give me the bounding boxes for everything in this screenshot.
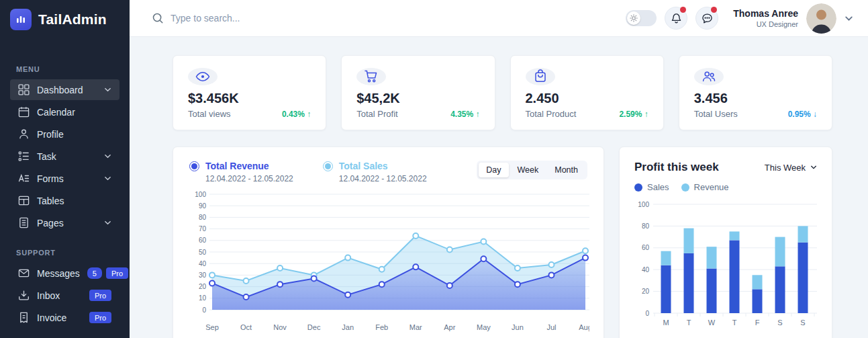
sidebar-item-label: Inbox	[37, 290, 60, 301]
profit-week-chart-svg: 020406080100MTWTFSS	[634, 198, 817, 333]
legend-name: Total Revenue	[205, 161, 293, 171]
y-tick-label: 80	[199, 214, 207, 221]
data-point-marker	[209, 272, 215, 278]
pro-badge: Pro	[106, 267, 128, 279]
y-tick-label: 80	[642, 222, 650, 230]
stat-label: Total Product	[526, 109, 577, 119]
range-button-day[interactable]: Day	[479, 163, 508, 177]
sales-bar-segment	[753, 289, 763, 313]
forms-icon	[18, 173, 30, 184]
radio-icon	[189, 161, 199, 171]
sidebar-item-label: Tables	[37, 196, 64, 206]
sidebar-item-label: Forms	[37, 173, 64, 184]
sales-bar-segment	[798, 243, 808, 313]
revenue-bar-segment	[798, 226, 808, 242]
data-point-marker	[311, 276, 317, 282]
profile-icon	[18, 128, 30, 140]
y-tick-label: 40	[199, 260, 207, 267]
bell-icon	[671, 13, 682, 24]
range-button-month[interactable]: Month	[547, 163, 585, 177]
chevron-down-icon	[104, 153, 111, 160]
data-point-marker	[345, 255, 350, 261]
eye-icon	[188, 68, 218, 85]
data-point-marker	[548, 272, 554, 278]
sidebar-item-label: Task	[37, 151, 56, 162]
data-point-marker	[379, 282, 385, 287]
data-point-marker	[277, 282, 283, 287]
y-tick-label: 60	[199, 237, 207, 244]
sidebar-item-label: Invoice	[37, 312, 66, 323]
brand[interactable]: TailAdmin	[0, 0, 130, 38]
legend-sales[interactable]: Sales	[634, 182, 669, 192]
chat-button[interactable]	[695, 7, 718, 30]
x-tick-label: Dec	[307, 323, 321, 331]
x-tick-label: T	[687, 319, 691, 327]
search-input[interactable]	[171, 13, 372, 24]
stat-value: $45,2K	[356, 91, 479, 106]
legend-period: 12.04.2022 - 12.05.2022	[339, 174, 427, 183]
data-point-marker	[413, 264, 418, 269]
sales-bar-segment	[684, 253, 694, 313]
notifications-button[interactable]	[665, 7, 687, 30]
range-button-week[interactable]: Week	[510, 163, 546, 177]
dark-mode-toggle[interactable]	[626, 10, 657, 26]
sidebar-item-pages[interactable]: Pages	[10, 212, 119, 233]
y-tick-label: 50	[199, 249, 207, 256]
brand-logo-icon	[10, 9, 32, 30]
legend-total-sales[interactable]: Total Sales 12.04.2022 - 12.05.2022	[323, 161, 427, 183]
sales-bar-segment	[707, 269, 717, 313]
chevron-down-icon	[810, 164, 817, 171]
sidebar-item-tables[interactable]: Tables	[10, 190, 119, 211]
sidebar-item-dashboard[interactable]: Dashboard	[10, 79, 119, 100]
chat-dot	[711, 7, 717, 13]
legend-total-revenue[interactable]: Total Revenue 12.04.2022 - 12.05.2022	[189, 161, 293, 183]
stats-row: $3.456K Total views 0.43% ↑ $45,2K	[173, 55, 832, 130]
legend-revenue[interactable]: Revenue	[681, 182, 729, 192]
data-point-marker	[244, 294, 249, 300]
bar-chart: 020406080100MTWTFSS	[634, 198, 817, 336]
user-menu[interactable]: Thomas Anree UX Designer	[733, 8, 798, 28]
revenue-bar-segment	[775, 237, 785, 267]
sidebar-item-inbox[interactable]: Inbox Pro	[10, 285, 119, 306]
x-tick-label: Feb	[375, 323, 388, 331]
stat-label: Total Users	[694, 109, 738, 119]
y-tick-label: 100	[195, 191, 206, 198]
y-tick-label: 70	[199, 225, 207, 233]
stat-rate: 0.43% ↑	[282, 110, 311, 119]
x-tick-label: W	[708, 319, 716, 327]
legend-label: Revenue	[694, 182, 729, 192]
x-tick-label: Mar	[409, 323, 422, 331]
sales-bar-segment	[775, 266, 785, 313]
radio-icon	[323, 161, 333, 171]
stat-label: Total views	[188, 109, 231, 119]
dropdown-value: This Week	[765, 163, 806, 173]
stat-value: 3.456	[694, 91, 817, 106]
stat-rate: 4.35% ↑	[450, 110, 479, 119]
sidebar: TailAdmin MENU Dashboard Calendar Profil…	[0, 0, 130, 338]
messages-count-badge: 5	[87, 267, 102, 279]
x-tick-label: Jul	[546, 323, 556, 331]
data-point-marker	[481, 256, 486, 261]
sidebar-item-messages[interactable]: Messages 5 Pro	[10, 263, 119, 284]
data-point-marker	[244, 278, 249, 284]
sidebar-item-profile[interactable]: Profile	[10, 124, 119, 144]
stat-card-total-views: $3.456K Total views 0.43% ↑	[173, 55, 326, 130]
y-tick-label: 20	[199, 283, 207, 290]
sidebar-item-forms[interactable]: Forms	[10, 168, 119, 189]
sidebar-item-calendar[interactable]: Calendar	[10, 101, 119, 122]
panel-title: Profit this week	[634, 161, 719, 174]
data-point-marker	[379, 267, 385, 272]
sidebar-item-invoice[interactable]: Invoice Pro	[10, 307, 119, 328]
task-list-icon	[18, 151, 30, 162]
sidebar-item-task[interactable]: Task	[10, 146, 119, 167]
revenue-bar-segment	[707, 247, 717, 268]
sun-icon	[627, 11, 640, 25]
x-tick-label: S	[777, 319, 782, 327]
x-tick-label: Jan	[342, 323, 354, 331]
revenue-sales-panel: Total Revenue 12.04.2022 - 12.05.2022 To…	[173, 146, 604, 338]
legend-name: Total Sales	[339, 161, 427, 171]
week-dropdown[interactable]: This Week	[765, 163, 817, 173]
avatar[interactable]	[806, 3, 836, 34]
user-chevron-down-icon[interactable]	[845, 14, 853, 23]
x-tick-label: S	[800, 319, 805, 327]
